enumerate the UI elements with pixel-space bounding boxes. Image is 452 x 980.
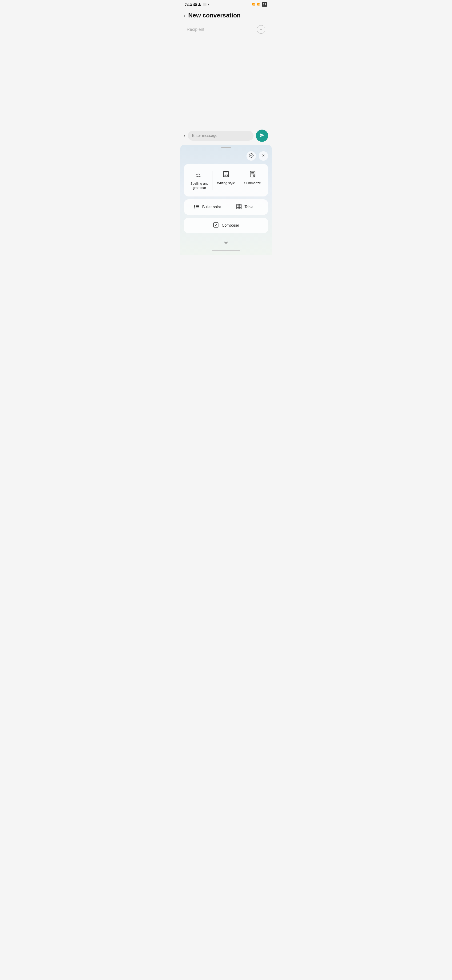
battery-display: 33 xyxy=(262,2,267,6)
message-input[interactable] xyxy=(188,131,254,141)
svg-point-19 xyxy=(195,208,195,208)
summarize-icon xyxy=(249,170,256,178)
status-time: 7:13 🖼 ⚠ ⬜ ● xyxy=(185,3,209,6)
svg-point-0 xyxy=(251,155,252,156)
spelling-grammar-icon: abc xyxy=(196,170,203,179)
svg-rect-26 xyxy=(214,223,218,228)
drag-handle xyxy=(221,147,231,148)
gear-icon xyxy=(249,153,254,159)
page-title: New conversation xyxy=(188,12,241,19)
close-icon xyxy=(262,154,265,159)
settings-button[interactable] xyxy=(246,151,256,161)
panel-actions-row xyxy=(184,151,268,161)
writing-style-label: Writing style xyxy=(217,181,235,185)
writing-style-option[interactable]: Writing style xyxy=(213,169,239,187)
input-row: › xyxy=(180,127,272,145)
send-button[interactable] xyxy=(256,130,268,142)
warning-icon: ⚠ xyxy=(198,3,201,6)
table-label: Table xyxy=(244,205,253,209)
wifi-icon: 📶 xyxy=(251,3,255,6)
status-bar: 7:13 🖼 ⚠ ⬜ ● 📶 📶 33 xyxy=(180,0,272,8)
svg-text:abc: abc xyxy=(196,172,201,176)
chevron-down-row xyxy=(184,236,268,248)
signal-icon: 📶 xyxy=(257,3,260,6)
photo-icon: 🖼 xyxy=(193,3,197,6)
close-panel-button[interactable] xyxy=(259,151,268,161)
spelling-grammar-option[interactable]: abc Spelling andgrammar xyxy=(186,169,213,192)
bullet-point-label: Bullet point xyxy=(202,205,221,209)
action-card: Bullet point Table xyxy=(184,199,268,215)
table-icon xyxy=(236,204,242,211)
composer-icon xyxy=(213,222,219,229)
bullet-point-option[interactable]: Bullet point xyxy=(189,204,226,211)
message-area xyxy=(180,37,272,127)
svg-rect-21 xyxy=(237,204,241,209)
add-recipient-button[interactable]: + xyxy=(257,25,265,34)
expand-button[interactable]: › xyxy=(184,133,186,138)
bullet-point-icon xyxy=(194,204,200,211)
recipient-input[interactable] xyxy=(187,27,257,32)
screen-icon: ⬜ xyxy=(203,3,206,6)
time-display: 7:13 xyxy=(185,3,192,6)
table-option[interactable]: Table xyxy=(226,204,263,211)
recipient-row: + xyxy=(182,22,270,37)
ai-options-card: abc Spelling andgrammar xyxy=(184,164,268,196)
summarize-option[interactable]: Summarize xyxy=(239,169,266,187)
send-icon xyxy=(259,133,265,139)
writing-style-icon xyxy=(222,170,230,178)
summarize-label: Summarize xyxy=(244,181,261,185)
svg-point-15 xyxy=(195,205,195,206)
header: ‹ New conversation xyxy=(180,8,272,22)
back-button[interactable]: ‹ xyxy=(184,13,186,19)
spelling-grammar-label: Spelling andgrammar xyxy=(190,181,209,190)
bottom-panel: abc Spelling andgrammar xyxy=(180,145,272,255)
ai-options-row: abc Spelling andgrammar xyxy=(186,169,266,192)
home-indicator xyxy=(212,250,240,251)
composer-label: Composer xyxy=(222,223,239,228)
svg-point-17 xyxy=(195,206,195,207)
chevron-down-button[interactable] xyxy=(223,239,229,247)
status-indicators: 📶 📶 33 xyxy=(251,2,267,6)
composer-card[interactable]: Composer xyxy=(184,218,268,233)
dot-icon: ● xyxy=(208,3,209,6)
